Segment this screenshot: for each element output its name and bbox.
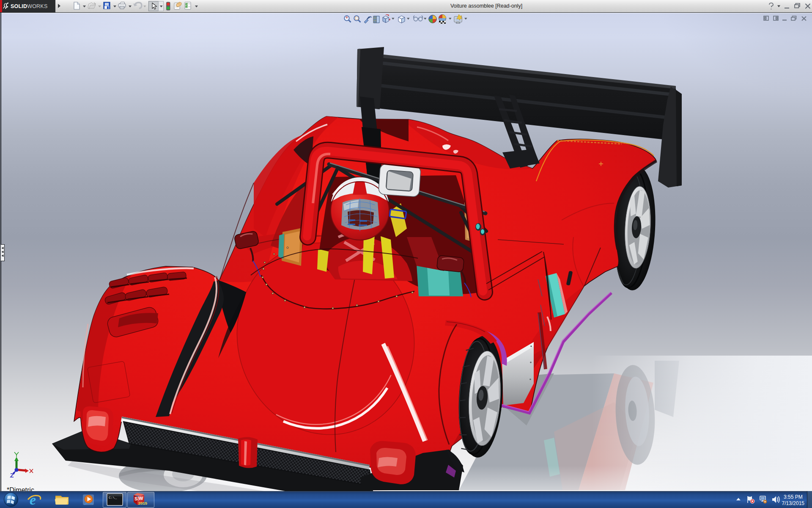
- svg-text:S: S: [134, 496, 137, 501]
- svg-text:W: W: [139, 496, 143, 501]
- svg-text:e: e: [30, 492, 36, 508]
- svg-text:2015: 2015: [138, 501, 148, 505]
- svg-text:C:\_: C:\_: [109, 496, 117, 500]
